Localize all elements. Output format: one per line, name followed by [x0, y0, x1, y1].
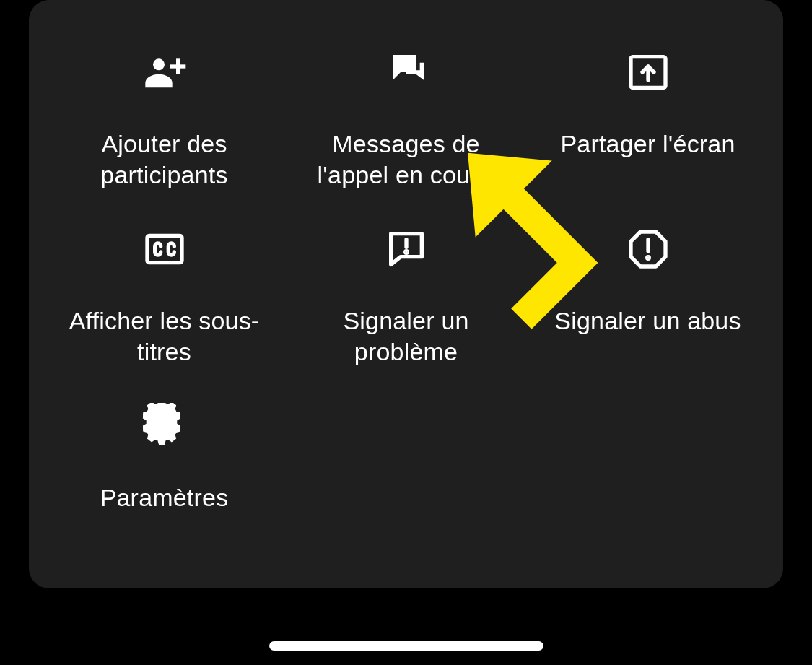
add-participants-button[interactable]: Ajouter des participants — [43, 29, 285, 206]
settings-button[interactable]: Paramètres — [43, 383, 285, 560]
report-abuse-button[interactable]: Signaler un abus — [527, 206, 769, 383]
report-abuse-icon — [619, 220, 677, 278]
share-screen-button[interactable]: Partager l'écran — [527, 29, 769, 206]
closed-captions-icon — [136, 220, 193, 278]
show-captions-button[interactable]: Afficher les sous-titres — [43, 206, 285, 383]
options-grid: Ajouter des participants Messages de l'a… — [43, 29, 769, 560]
settings-label: Paramètres — [100, 482, 229, 513]
svg-point-8 — [647, 257, 649, 259]
present-to-all-icon — [619, 43, 677, 101]
report-problem-label: Signaler un problème — [298, 305, 515, 367]
empty-cell — [285, 383, 527, 560]
home-indicator[interactable] — [269, 641, 543, 651]
add-participants-label: Ajouter des participants — [56, 129, 273, 190]
in-call-messages-button[interactable]: Messages de l'appel en cou… — [285, 29, 527, 206]
svg-point-0 — [153, 58, 165, 70]
share-screen-label: Partager l'écran — [560, 129, 735, 160]
report-abuse-label: Signaler un abus — [554, 305, 741, 336]
chat-messages-icon — [377, 43, 435, 101]
empty-cell — [527, 383, 769, 560]
report-problem-button[interactable]: Signaler un problème — [285, 206, 527, 383]
in-call-messages-label: Messages de l'appel en cou… — [298, 129, 515, 190]
show-captions-label: Afficher les sous-titres — [56, 305, 273, 367]
call-options-panel: Ajouter des participants Messages de l'a… — [29, 0, 783, 588]
svg-rect-4 — [147, 235, 182, 262]
gear-icon — [136, 397, 193, 455]
svg-point-6 — [405, 251, 407, 253]
svg-rect-2 — [170, 64, 185, 68]
person-add-icon — [136, 43, 193, 101]
feedback-alert-icon — [377, 220, 435, 278]
